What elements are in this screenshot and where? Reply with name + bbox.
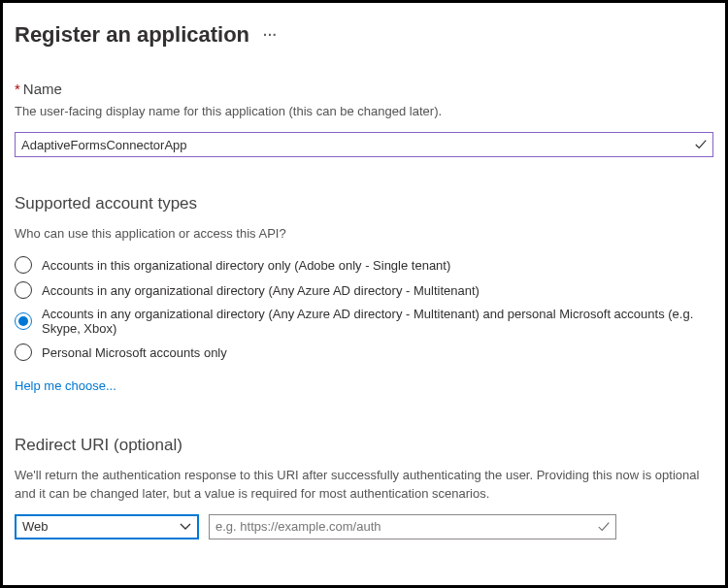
page-title: Register an application ··· <box>15 22 713 48</box>
page-title-text: Register an application <box>15 22 249 48</box>
platform-selected-value: Web <box>22 519 49 534</box>
radio-label: Personal Microsoft accounts only <box>42 345 227 360</box>
more-icon[interactable]: ··· <box>263 27 278 43</box>
radio-icon <box>15 312 32 330</box>
account-types-question: Who can use this application or access t… <box>15 225 713 243</box>
radio-icon <box>15 281 32 299</box>
account-type-option-3[interactable]: Personal Microsoft accounts only <box>15 343 713 361</box>
account-type-option-0[interactable]: Accounts in this organizational director… <box>15 256 713 274</box>
radio-label: Accounts in any organizational directory… <box>42 283 480 298</box>
chevron-down-icon <box>180 521 191 533</box>
redirect-uri-input[interactable] <box>209 514 616 539</box>
required-star: * <box>15 81 20 97</box>
help-me-choose-link[interactable]: Help me choose... <box>15 378 116 393</box>
redirect-heading: Redirect URI (optional) <box>15 436 713 455</box>
radio-icon <box>15 256 32 274</box>
account-types-heading: Supported account types <box>15 194 713 213</box>
account-type-option-2[interactable]: Accounts in any organizational directory… <box>15 307 713 336</box>
radio-icon <box>15 343 32 361</box>
account-type-option-1[interactable]: Accounts in any organizational directory… <box>15 281 713 299</box>
name-label: *Name <box>15 81 713 97</box>
app-name-input[interactable] <box>15 132 713 157</box>
redirect-hint: We'll return the authentication response… <box>15 467 713 502</box>
account-types-radio-group: Accounts in this organizational director… <box>15 256 713 361</box>
name-hint: The user-facing display name for this ap… <box>15 103 713 120</box>
radio-label: Accounts in any organizational directory… <box>42 307 713 336</box>
platform-select[interactable]: Web <box>15 514 199 539</box>
radio-label: Accounts in this organizational director… <box>42 258 450 273</box>
